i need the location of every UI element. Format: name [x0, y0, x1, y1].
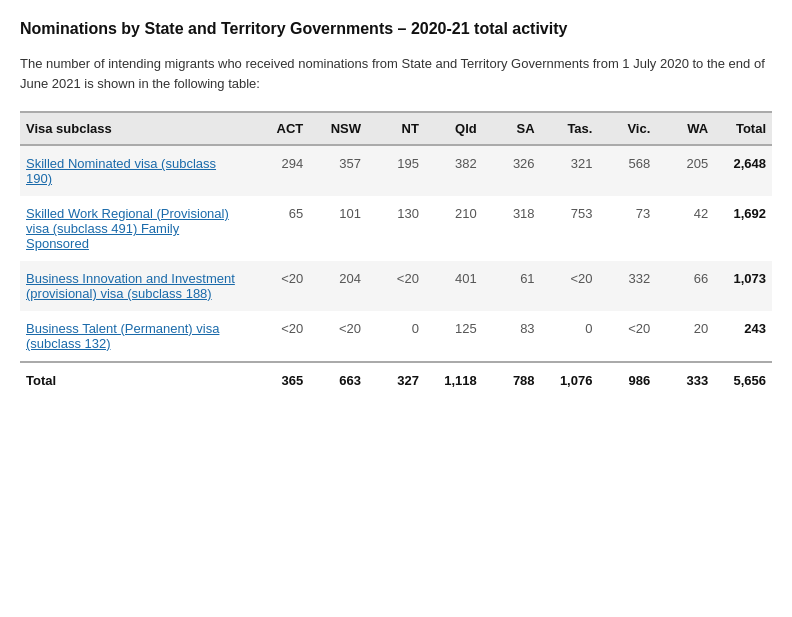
footer-act: 365: [251, 362, 309, 398]
table-row: Business Innovation and Investment (prov…: [20, 261, 772, 311]
cell-vic: <20: [598, 311, 656, 362]
footer-tas: 1,076: [541, 362, 599, 398]
col-header-total: Total: [714, 112, 772, 145]
cell-sa: 61: [483, 261, 541, 311]
col-header-act: ACT: [251, 112, 309, 145]
cell-nt: <20: [367, 261, 425, 311]
visa-link[interactable]: Business Talent (Permanent) visa (subcla…: [26, 321, 219, 351]
cell-nt: 0: [367, 311, 425, 362]
cell-qld: 401: [425, 261, 483, 311]
page-title: Nominations by State and Territory Gover…: [20, 20, 772, 38]
footer-total: 5,656: [714, 362, 772, 398]
cell-nsw: 357: [309, 145, 367, 196]
cell-act: 294: [251, 145, 309, 196]
cell-tas: 753: [541, 196, 599, 261]
footer-qld: 1,118: [425, 362, 483, 398]
footer-wa: 333: [656, 362, 714, 398]
cell-nsw: <20: [309, 311, 367, 362]
footer-vic: 986: [598, 362, 656, 398]
cell-act: 65: [251, 196, 309, 261]
cell-sa: 83: [483, 311, 541, 362]
cell-qld: 125: [425, 311, 483, 362]
table-row: Business Talent (Permanent) visa (subcla…: [20, 311, 772, 362]
cell-tas: 0: [541, 311, 599, 362]
footer-nsw: 663: [309, 362, 367, 398]
cell-vic: 332: [598, 261, 656, 311]
visa-link[interactable]: Business Innovation and Investment (prov…: [26, 271, 235, 301]
cell-wa: 205: [656, 145, 714, 196]
cell-sa: 318: [483, 196, 541, 261]
cell-vic: 568: [598, 145, 656, 196]
cell-qld: 210: [425, 196, 483, 261]
cell-wa: 42: [656, 196, 714, 261]
table-footer-row: Total 365 663 327 1,118 788 1,076 986 33…: [20, 362, 772, 398]
cell-act: <20: [251, 311, 309, 362]
cell-total: 1,073: [714, 261, 772, 311]
table-row: Skilled Work Regional (Provisional) visa…: [20, 196, 772, 261]
col-header-vic: Vic.: [598, 112, 656, 145]
col-header-tas: Tas.: [541, 112, 599, 145]
cell-tas: 321: [541, 145, 599, 196]
table-header-row: Visa subclass ACT NSW NT Qld SA Tas. Vic…: [20, 112, 772, 145]
cell-nt: 195: [367, 145, 425, 196]
col-header-nt: NT: [367, 112, 425, 145]
col-header-qld: Qld: [425, 112, 483, 145]
footer-sa: 788: [483, 362, 541, 398]
cell-visa: Business Talent (Permanent) visa (subcla…: [20, 311, 251, 362]
visa-link[interactable]: Skilled Work Regional (Provisional) visa…: [26, 206, 229, 251]
cell-nsw: 204: [309, 261, 367, 311]
col-header-nsw: NSW: [309, 112, 367, 145]
cell-wa: 20: [656, 311, 714, 362]
footer-label: Total: [20, 362, 251, 398]
cell-total: 243: [714, 311, 772, 362]
cell-tas: <20: [541, 261, 599, 311]
cell-visa: Skilled Nominated visa (subclass 190): [20, 145, 251, 196]
cell-visa: Business Innovation and Investment (prov…: [20, 261, 251, 311]
nominations-table: Visa subclass ACT NSW NT Qld SA Tas. Vic…: [20, 111, 772, 398]
description-text: The number of intending migrants who rec…: [20, 54, 772, 93]
cell-wa: 66: [656, 261, 714, 311]
cell-total: 2,648: [714, 145, 772, 196]
col-header-visa: Visa subclass: [20, 112, 251, 145]
table-row: Skilled Nominated visa (subclass 190)294…: [20, 145, 772, 196]
cell-total: 1,692: [714, 196, 772, 261]
cell-vic: 73: [598, 196, 656, 261]
footer-nt: 327: [367, 362, 425, 398]
col-header-wa: WA: [656, 112, 714, 145]
cell-qld: 382: [425, 145, 483, 196]
cell-visa: Skilled Work Regional (Provisional) visa…: [20, 196, 251, 261]
col-header-sa: SA: [483, 112, 541, 145]
cell-nt: 130: [367, 196, 425, 261]
cell-act: <20: [251, 261, 309, 311]
cell-sa: 326: [483, 145, 541, 196]
cell-nsw: 101: [309, 196, 367, 261]
visa-link[interactable]: Skilled Nominated visa (subclass 190): [26, 156, 216, 186]
